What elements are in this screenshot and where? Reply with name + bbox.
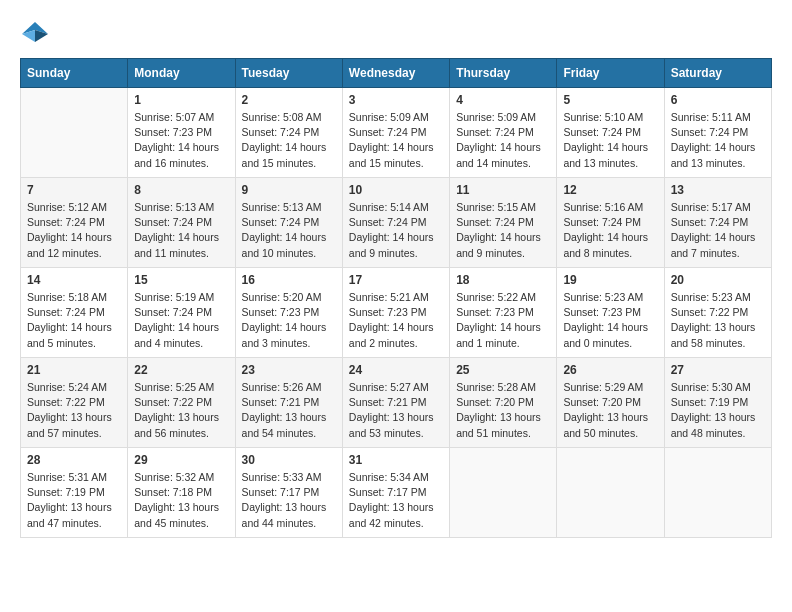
- day-number: 12: [563, 183, 657, 197]
- day-info: Sunrise: 5:09 AM Sunset: 7:24 PM Dayligh…: [456, 110, 550, 171]
- day-number: 3: [349, 93, 443, 107]
- logo-bird-icon: [20, 20, 50, 48]
- table-row: 23Sunrise: 5:26 AM Sunset: 7:21 PM Dayli…: [235, 358, 342, 448]
- table-row: 29Sunrise: 5:32 AM Sunset: 7:18 PM Dayli…: [128, 448, 235, 538]
- table-row: 8Sunrise: 5:13 AM Sunset: 7:24 PM Daylig…: [128, 178, 235, 268]
- table-row: 11Sunrise: 5:15 AM Sunset: 7:24 PM Dayli…: [450, 178, 557, 268]
- day-number: 24: [349, 363, 443, 377]
- table-row: 21Sunrise: 5:24 AM Sunset: 7:22 PM Dayli…: [21, 358, 128, 448]
- day-info: Sunrise: 5:33 AM Sunset: 7:17 PM Dayligh…: [242, 470, 336, 531]
- day-number: 21: [27, 363, 121, 377]
- day-info: Sunrise: 5:09 AM Sunset: 7:24 PM Dayligh…: [349, 110, 443, 171]
- table-row: 10Sunrise: 5:14 AM Sunset: 7:24 PM Dayli…: [342, 178, 449, 268]
- table-row: 30Sunrise: 5:33 AM Sunset: 7:17 PM Dayli…: [235, 448, 342, 538]
- table-row: 17Sunrise: 5:21 AM Sunset: 7:23 PM Dayli…: [342, 268, 449, 358]
- day-number: 23: [242, 363, 336, 377]
- day-number: 1: [134, 93, 228, 107]
- table-row: 16Sunrise: 5:20 AM Sunset: 7:23 PM Dayli…: [235, 268, 342, 358]
- table-row: 2Sunrise: 5:08 AM Sunset: 7:24 PM Daylig…: [235, 88, 342, 178]
- day-info: Sunrise: 5:14 AM Sunset: 7:24 PM Dayligh…: [349, 200, 443, 261]
- day-info: Sunrise: 5:30 AM Sunset: 7:19 PM Dayligh…: [671, 380, 765, 441]
- table-row: [557, 448, 664, 538]
- table-row: [664, 448, 771, 538]
- header-tuesday: Tuesday: [235, 59, 342, 88]
- table-row: 9Sunrise: 5:13 AM Sunset: 7:24 PM Daylig…: [235, 178, 342, 268]
- table-row: 15Sunrise: 5:19 AM Sunset: 7:24 PM Dayli…: [128, 268, 235, 358]
- table-row: 1Sunrise: 5:07 AM Sunset: 7:23 PM Daylig…: [128, 88, 235, 178]
- calendar-body: 1Sunrise: 5:07 AM Sunset: 7:23 PM Daylig…: [21, 88, 772, 538]
- table-row: 22Sunrise: 5:25 AM Sunset: 7:22 PM Dayli…: [128, 358, 235, 448]
- day-info: Sunrise: 5:25 AM Sunset: 7:22 PM Dayligh…: [134, 380, 228, 441]
- day-info: Sunrise: 5:20 AM Sunset: 7:23 PM Dayligh…: [242, 290, 336, 351]
- day-info: Sunrise: 5:08 AM Sunset: 7:24 PM Dayligh…: [242, 110, 336, 171]
- day-number: 16: [242, 273, 336, 287]
- day-number: 5: [563, 93, 657, 107]
- table-row: [21, 88, 128, 178]
- header-saturday: Saturday: [664, 59, 771, 88]
- day-info: Sunrise: 5:12 AM Sunset: 7:24 PM Dayligh…: [27, 200, 121, 261]
- table-row: 12Sunrise: 5:16 AM Sunset: 7:24 PM Dayli…: [557, 178, 664, 268]
- header-wednesday: Wednesday: [342, 59, 449, 88]
- day-info: Sunrise: 5:19 AM Sunset: 7:24 PM Dayligh…: [134, 290, 228, 351]
- table-row: 26Sunrise: 5:29 AM Sunset: 7:20 PM Dayli…: [557, 358, 664, 448]
- day-number: 13: [671, 183, 765, 197]
- day-info: Sunrise: 5:29 AM Sunset: 7:20 PM Dayligh…: [563, 380, 657, 441]
- day-info: Sunrise: 5:23 AM Sunset: 7:22 PM Dayligh…: [671, 290, 765, 351]
- header-monday: Monday: [128, 59, 235, 88]
- day-number: 10: [349, 183, 443, 197]
- day-number: 2: [242, 93, 336, 107]
- header-thursday: Thursday: [450, 59, 557, 88]
- table-row: 31Sunrise: 5:34 AM Sunset: 7:17 PM Dayli…: [342, 448, 449, 538]
- day-number: 26: [563, 363, 657, 377]
- calendar-week-row: 14Sunrise: 5:18 AM Sunset: 7:24 PM Dayli…: [21, 268, 772, 358]
- table-row: 5Sunrise: 5:10 AM Sunset: 7:24 PM Daylig…: [557, 88, 664, 178]
- day-info: Sunrise: 5:10 AM Sunset: 7:24 PM Dayligh…: [563, 110, 657, 171]
- day-info: Sunrise: 5:17 AM Sunset: 7:24 PM Dayligh…: [671, 200, 765, 261]
- day-info: Sunrise: 5:34 AM Sunset: 7:17 PM Dayligh…: [349, 470, 443, 531]
- calendar-week-row: 21Sunrise: 5:24 AM Sunset: 7:22 PM Dayli…: [21, 358, 772, 448]
- day-number: 20: [671, 273, 765, 287]
- table-row: 28Sunrise: 5:31 AM Sunset: 7:19 PM Dayli…: [21, 448, 128, 538]
- day-info: Sunrise: 5:11 AM Sunset: 7:24 PM Dayligh…: [671, 110, 765, 171]
- calendar-week-row: 28Sunrise: 5:31 AM Sunset: 7:19 PM Dayli…: [21, 448, 772, 538]
- table-row: 27Sunrise: 5:30 AM Sunset: 7:19 PM Dayli…: [664, 358, 771, 448]
- day-info: Sunrise: 5:13 AM Sunset: 7:24 PM Dayligh…: [242, 200, 336, 261]
- day-info: Sunrise: 5:28 AM Sunset: 7:20 PM Dayligh…: [456, 380, 550, 441]
- header-friday: Friday: [557, 59, 664, 88]
- day-number: 18: [456, 273, 550, 287]
- table-row: 24Sunrise: 5:27 AM Sunset: 7:21 PM Dayli…: [342, 358, 449, 448]
- table-row: 13Sunrise: 5:17 AM Sunset: 7:24 PM Dayli…: [664, 178, 771, 268]
- day-info: Sunrise: 5:18 AM Sunset: 7:24 PM Dayligh…: [27, 290, 121, 351]
- table-row: 19Sunrise: 5:23 AM Sunset: 7:23 PM Dayli…: [557, 268, 664, 358]
- day-number: 28: [27, 453, 121, 467]
- day-info: Sunrise: 5:26 AM Sunset: 7:21 PM Dayligh…: [242, 380, 336, 441]
- calendar-table: Sunday Monday Tuesday Wednesday Thursday…: [20, 58, 772, 538]
- calendar-header: Sunday Monday Tuesday Wednesday Thursday…: [21, 59, 772, 88]
- table-row: 7Sunrise: 5:12 AM Sunset: 7:24 PM Daylig…: [21, 178, 128, 268]
- day-number: 31: [349, 453, 443, 467]
- table-row: 25Sunrise: 5:28 AM Sunset: 7:20 PM Dayli…: [450, 358, 557, 448]
- table-row: [450, 448, 557, 538]
- logo: [20, 20, 54, 48]
- page-header: [20, 20, 772, 48]
- day-info: Sunrise: 5:23 AM Sunset: 7:23 PM Dayligh…: [563, 290, 657, 351]
- table-row: 4Sunrise: 5:09 AM Sunset: 7:24 PM Daylig…: [450, 88, 557, 178]
- day-number: 8: [134, 183, 228, 197]
- calendar-week-row: 7Sunrise: 5:12 AM Sunset: 7:24 PM Daylig…: [21, 178, 772, 268]
- day-number: 6: [671, 93, 765, 107]
- day-number: 4: [456, 93, 550, 107]
- day-number: 14: [27, 273, 121, 287]
- header-row: Sunday Monday Tuesday Wednesday Thursday…: [21, 59, 772, 88]
- day-info: Sunrise: 5:13 AM Sunset: 7:24 PM Dayligh…: [134, 200, 228, 261]
- day-info: Sunrise: 5:27 AM Sunset: 7:21 PM Dayligh…: [349, 380, 443, 441]
- day-number: 30: [242, 453, 336, 467]
- day-number: 7: [27, 183, 121, 197]
- day-info: Sunrise: 5:32 AM Sunset: 7:18 PM Dayligh…: [134, 470, 228, 531]
- table-row: 20Sunrise: 5:23 AM Sunset: 7:22 PM Dayli…: [664, 268, 771, 358]
- day-info: Sunrise: 5:15 AM Sunset: 7:24 PM Dayligh…: [456, 200, 550, 261]
- table-row: 6Sunrise: 5:11 AM Sunset: 7:24 PM Daylig…: [664, 88, 771, 178]
- day-info: Sunrise: 5:07 AM Sunset: 7:23 PM Dayligh…: [134, 110, 228, 171]
- day-number: 29: [134, 453, 228, 467]
- day-number: 11: [456, 183, 550, 197]
- calendar-week-row: 1Sunrise: 5:07 AM Sunset: 7:23 PM Daylig…: [21, 88, 772, 178]
